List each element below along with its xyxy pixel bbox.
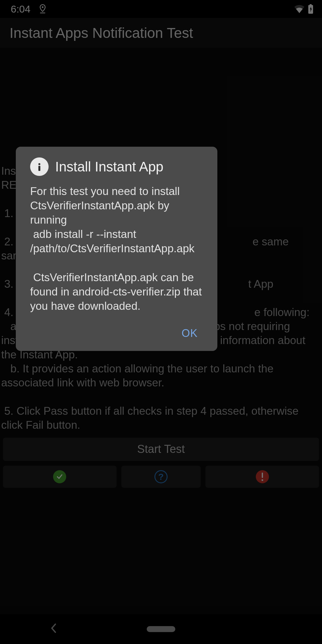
info-icon bbox=[30, 157, 49, 176]
dialog-title: Install Instant App bbox=[55, 159, 163, 175]
ok-button[interactable]: OK bbox=[176, 324, 203, 343]
svg-point-6 bbox=[38, 163, 41, 165]
dialog-actions: OK bbox=[30, 324, 203, 343]
dialog-body: For this test you need to install CtsVer… bbox=[30, 184, 203, 313]
dialog-header: Install Instant App bbox=[30, 157, 203, 176]
svg-rect-7 bbox=[38, 166, 41, 171]
install-instant-app-dialog: Install Instant App For this test you ne… bbox=[16, 147, 217, 351]
